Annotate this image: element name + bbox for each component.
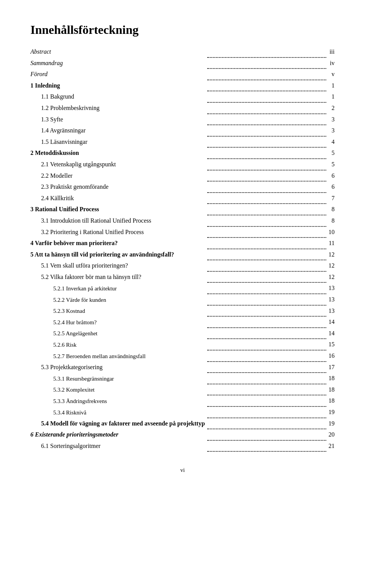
- toc-dots: [207, 384, 326, 395]
- toc-entry-label: Sammandrag: [30, 57, 207, 69]
- toc-page-number: 4: [326, 136, 335, 148]
- toc-page-number: 17: [326, 362, 335, 373]
- toc-row: 1.1 Bakgrund1: [30, 91, 335, 102]
- toc-dots: [207, 440, 326, 452]
- toc-row: 6 Existerande prioriteringsmetoder20: [30, 429, 335, 440]
- toc-dots: [207, 46, 326, 57]
- toc-entry-label: 5.3.1 Resursbegränsningar: [30, 373, 207, 384]
- toc-entry-label: 5.3.4 Risknivå: [30, 406, 207, 418]
- toc-entry-label: 5.2.4 Hur bråttom?: [30, 316, 207, 328]
- toc-entry-label: 5.2.6 Risk: [30, 339, 207, 350]
- toc-dots: [207, 316, 326, 328]
- toc-dots: [207, 114, 326, 125]
- toc-page-number: 12: [326, 260, 335, 271]
- toc-page-number: 14: [326, 316, 335, 328]
- toc-entry-label: 5.2.1 Inverkan på arkitektur: [30, 282, 207, 294]
- toc-row: 2 Metoddiskussion5: [30, 147, 335, 159]
- toc-dots: [207, 328, 326, 339]
- toc-row: 2.1 Vetenskaplig utgångspunkt5: [30, 159, 335, 170]
- toc-entry-label: 5.2.7 Beroenden mellan användningsfall: [30, 350, 207, 362]
- toc-row: 5.2 Vilka faktorer bör man ta hänsyn til…: [30, 271, 335, 283]
- toc-dots: [207, 362, 326, 373]
- toc-row: 1.5 Läsanvisningar4: [30, 136, 335, 148]
- toc-entry-label: 2 Metoddiskussion: [30, 147, 207, 159]
- toc-entry-label: 5 Att ta hänsyn till vid prioritering av…: [30, 249, 207, 260]
- toc-dots: [207, 159, 326, 170]
- toc-page-number: 16: [326, 350, 335, 362]
- toc-dots: [207, 136, 326, 148]
- toc-entry-label: 2.2 Modeller: [30, 170, 207, 182]
- toc-page-number: 18: [326, 384, 335, 395]
- toc-page-number: 20: [326, 429, 335, 440]
- toc-page-number: 18: [326, 373, 335, 384]
- toc-dots: [207, 80, 326, 91]
- toc-dots: [207, 350, 326, 362]
- toc-page-number: 8: [326, 215, 335, 226]
- toc-dots: [207, 271, 326, 283]
- toc-row: 5.2.6 Risk15: [30, 339, 335, 350]
- toc-entry-label: 1.2 Problembeskrivning: [30, 102, 207, 114]
- toc-row: 5.3.1 Resursbegränsningar18: [30, 373, 335, 384]
- toc-dots: [207, 147, 326, 159]
- toc-page-number: 13: [326, 294, 335, 305]
- toc-entry-label: 2.3 Praktiskt genomförande: [30, 181, 207, 193]
- toc-entry-label: 1.5 Läsanvisningar: [30, 136, 207, 148]
- toc-entry-label: 1 Inledning: [30, 80, 207, 91]
- toc-entry-label: 3.1 Introduktion till Rational Unified P…: [30, 215, 207, 226]
- toc-page-number: 14: [326, 328, 335, 339]
- toc-dots: [207, 57, 326, 69]
- toc-row: 5.2.3 Kostnad13: [30, 305, 335, 317]
- toc-entry-label: 5.1 Vem skall utföra prioriteringen?: [30, 260, 207, 271]
- toc-entry-label: 5.4 Modell för vägning av faktorer med a…: [30, 418, 207, 429]
- toc-dots: [207, 305, 326, 317]
- toc-row: 5.3.3 Ändringsfrekvens18: [30, 395, 335, 406]
- toc-dots: [207, 260, 326, 271]
- toc-page-number: 3: [326, 114, 335, 125]
- toc-entry-label: Förord: [30, 69, 207, 80]
- toc-row: 4 Varför behöver man prioritera?11: [30, 237, 335, 249]
- toc-page-number: 19: [326, 406, 335, 418]
- toc-entry-label: 5.2.2 Värde för kunden: [30, 294, 207, 305]
- toc-entry-label: 3.2 Prioritering i Rational Unified Proc…: [30, 226, 207, 238]
- toc-dots: [207, 170, 326, 182]
- toc-dots: [207, 237, 326, 249]
- toc-dots: [207, 294, 326, 305]
- toc-entry-label: 6.1 Sorteringsalgoritmer: [30, 440, 207, 452]
- toc-dots: [207, 181, 326, 193]
- toc-page-number: 6: [326, 181, 335, 193]
- toc-row: Abstractiii: [30, 46, 335, 57]
- toc-row: 3.2 Prioritering i Rational Unified Proc…: [30, 226, 335, 238]
- toc-entry-label: 1.4 Avgränsningar: [30, 125, 207, 136]
- toc-row: 5.3.2 Komplexitet18: [30, 384, 335, 395]
- toc-page-number: 3: [326, 125, 335, 136]
- page-title: Innehållsförteckning: [30, 23, 335, 37]
- toc-dots: [207, 282, 326, 294]
- toc-row: 5.2.1 Inverkan på arkitektur13: [30, 282, 335, 294]
- toc-dots: [207, 204, 326, 215]
- toc-entry-label: 3 Rational Unified Process: [30, 204, 207, 215]
- toc-dots: [207, 395, 326, 406]
- toc-row: 2.4 Källkritik7: [30, 193, 335, 204]
- toc-entry-label: 2.1 Vetenskaplig utgångspunkt: [30, 159, 207, 170]
- toc-page-number: 13: [326, 282, 335, 294]
- toc-page-number: 19: [326, 418, 335, 429]
- toc-row: 2.3 Praktiskt genomförande6: [30, 181, 335, 193]
- toc-page-number: iv: [326, 57, 335, 69]
- toc-dots: [207, 125, 326, 136]
- toc-page-number: 12: [326, 249, 335, 260]
- toc-dots: [207, 91, 326, 102]
- toc-dots: [207, 373, 326, 384]
- toc-page-number: 21: [326, 440, 335, 452]
- toc-page-number: 7: [326, 193, 335, 204]
- toc-entry-label: 5.2.5 Angelägenhet: [30, 328, 207, 339]
- toc-row: 1.4 Avgränsningar3: [30, 125, 335, 136]
- toc-page-number: 11: [326, 237, 335, 249]
- toc-page-number: 10: [326, 226, 335, 238]
- toc-row: Förordv: [30, 69, 335, 80]
- toc-table: AbstractiiiSammandragivFörordv1 Inlednin…: [30, 46, 335, 452]
- toc-row: 3.1 Introduktion till Rational Unified P…: [30, 215, 335, 226]
- toc-row: 2.2 Modeller6: [30, 170, 335, 182]
- toc-entry-label: 5.2 Vilka faktorer bör man ta hänsyn til…: [30, 271, 207, 283]
- toc-entry-label: 4 Varför behöver man prioritera?: [30, 237, 207, 249]
- toc-row: 5.3 Projektkategorisering17: [30, 362, 335, 373]
